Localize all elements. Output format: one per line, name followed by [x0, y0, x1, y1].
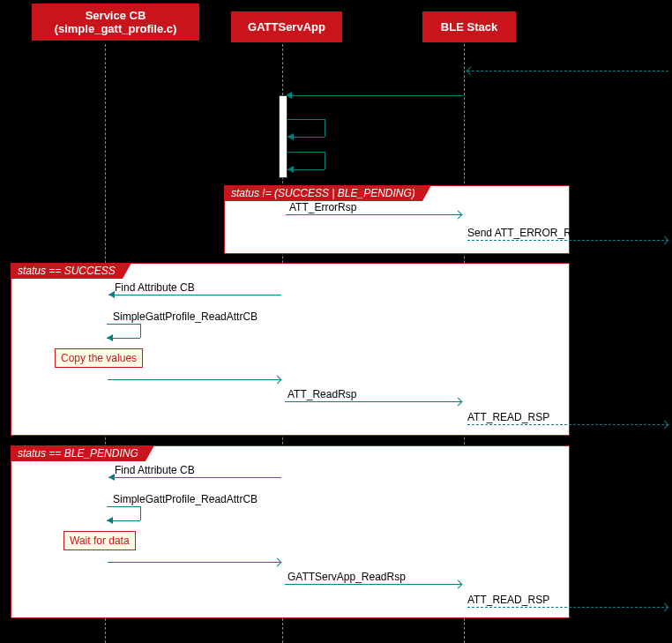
msg-gattread: [285, 584, 461, 585]
self2-side: [325, 152, 325, 169]
participant-service-cb: Service CB (simple_gatt_profile.c): [32, 4, 199, 41]
msg-svc-to-gatt2: [108, 562, 280, 563]
note-wait: Wait for data: [63, 531, 136, 550]
msg-incoming-ble: [467, 71, 668, 71]
label-send-error: Send ATT_ERROR_RSP: [467, 227, 586, 239]
read1-top: [107, 324, 140, 325]
read2-top: [107, 506, 140, 507]
msg-errorrsp: [286, 214, 461, 215]
arrow-find1: [108, 291, 115, 298]
self1-side: [325, 119, 325, 137]
self1-top: [287, 119, 325, 120]
self2-top: [287, 152, 325, 153]
label-read1: SimpleGattProfile_ReadAttrCB: [113, 310, 258, 323]
group-pending-header: status == BLE_PENDING: [11, 445, 146, 461]
msg-find1: [108, 295, 281, 295]
msg-send-error: [467, 240, 668, 241]
participant-gattservapp: GATTServApp: [231, 11, 342, 42]
read2-side: [140, 506, 141, 520]
label-errorrsp: ATT_ErrorRsp: [289, 201, 356, 213]
group-error-header: status != (SUCCESS | BLE_PENDING): [224, 185, 422, 201]
label-read2: SimpleGattProfile_ReadAttrCB: [113, 493, 258, 505]
label-find1: Find Attribute CB: [115, 281, 195, 294]
label-find2: Find Attribute CB: [115, 464, 195, 476]
arrow-attread1: [661, 421, 669, 430]
participant-service-cb-l1: Service CB: [41, 9, 190, 22]
label-attread1: ATT_READ_RSP: [467, 411, 549, 423]
self1-arrow: [287, 133, 294, 140]
arrow-attread2: [661, 603, 669, 612]
self2-arrow: [287, 166, 294, 173]
participant-service-cb-l2: (simple_gatt_profile.c): [41, 22, 190, 35]
arrow-send-error: [661, 236, 669, 245]
note-copy: Copy the values: [55, 348, 143, 368]
read2-arrow: [107, 517, 113, 524]
arrow-incoming-ble: [467, 67, 475, 76]
read1-arrow: [107, 334, 113, 341]
participant-blestack: BLE Stack: [422, 11, 516, 42]
msg-svc-to-gatt1: [108, 379, 280, 380]
read1-side: [140, 324, 141, 338]
label-readrsp: ATT_ReadRsp: [287, 388, 356, 400]
msg-readrsp: [285, 401, 461, 402]
msg-ble-to-gatt: [286, 95, 463, 96]
msg-find2: [108, 477, 281, 478]
label-gattread: GATTServApp_ReadRsp: [287, 571, 406, 583]
arrow-find2: [108, 474, 115, 481]
group-success-header: status == SUCCESS: [11, 263, 123, 279]
msg-attread1: [467, 424, 668, 425]
activation-gatt: [279, 95, 287, 178]
label-attread2: ATT_READ_RSP: [467, 594, 549, 606]
msg-attread2: [467, 607, 668, 608]
